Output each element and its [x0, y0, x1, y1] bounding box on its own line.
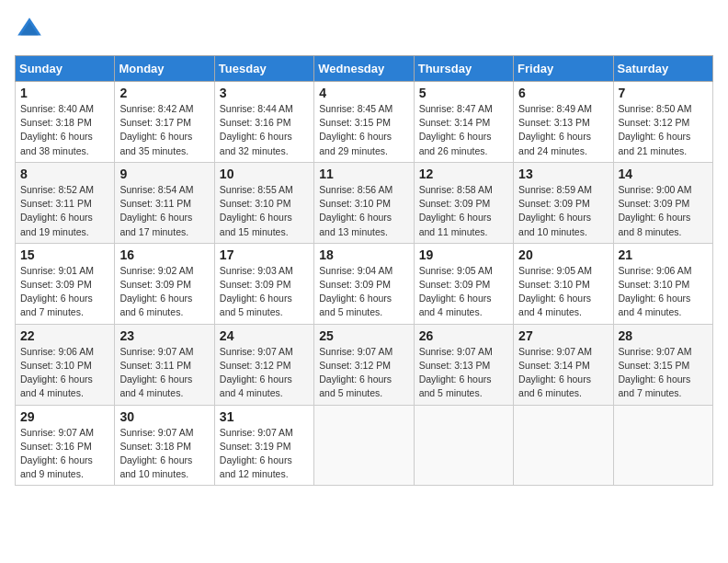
calendar-cell: 5Sunrise: 8:47 AM Sunset: 3:14 PM Daylig…	[414, 82, 513, 163]
calendar-week-row: 8Sunrise: 8:52 AM Sunset: 3:11 PM Daylig…	[16, 162, 713, 243]
calendar-week-row: 29Sunrise: 9:07 AM Sunset: 3:16 PM Dayli…	[16, 405, 713, 486]
day-info: Sunrise: 9:02 AM Sunset: 3:09 PM Dayligh…	[119, 264, 209, 320]
calendar-cell: 3Sunrise: 8:44 AM Sunset: 3:16 PM Daylig…	[214, 82, 313, 163]
calendar-cell: 2Sunrise: 8:42 AM Sunset: 3:17 PM Daylig…	[115, 82, 214, 163]
day-number: 20	[518, 247, 608, 262]
day-number: 16	[119, 247, 209, 262]
day-info: Sunrise: 9:00 AM Sunset: 3:09 PM Dayligh…	[619, 183, 708, 239]
calendar-cell: 29Sunrise: 9:07 AM Sunset: 3:16 PM Dayli…	[16, 405, 115, 486]
day-number: 5	[419, 86, 508, 100]
day-info: Sunrise: 9:05 AM Sunset: 3:10 PM Dayligh…	[518, 264, 608, 320]
day-number: 19	[419, 247, 508, 262]
day-number: 17	[220, 247, 309, 262]
calendar-cell	[514, 405, 613, 486]
day-info: Sunrise: 9:07 AM Sunset: 3:16 PM Dayligh…	[20, 426, 109, 482]
col-header-monday: Monday	[115, 56, 214, 82]
day-number: 22	[20, 328, 109, 343]
day-number: 24	[220, 328, 309, 343]
day-number: 31	[220, 409, 309, 424]
day-info: Sunrise: 9:06 AM Sunset: 3:10 PM Dayligh…	[619, 264, 708, 320]
day-number: 8	[20, 167, 109, 181]
calendar-cell: 11Sunrise: 8:56 AM Sunset: 3:10 PM Dayli…	[314, 162, 414, 243]
day-info: Sunrise: 8:45 AM Sunset: 3:15 PM Dayligh…	[319, 102, 408, 158]
day-number: 6	[518, 86, 608, 100]
day-number: 28	[619, 328, 708, 343]
day-number: 1	[20, 86, 109, 100]
calendar-header-row: SundayMondayTuesdayWednesdayThursdayFrid…	[16, 56, 713, 82]
day-number: 30	[119, 409, 209, 424]
calendar-cell: 12Sunrise: 8:58 AM Sunset: 3:09 PM Dayli…	[414, 162, 513, 243]
day-number: 21	[619, 247, 708, 262]
day-info: Sunrise: 9:07 AM Sunset: 3:15 PM Dayligh…	[619, 345, 708, 401]
day-info: Sunrise: 8:47 AM Sunset: 3:14 PM Dayligh…	[419, 102, 508, 158]
calendar-cell	[613, 405, 712, 486]
calendar-cell: 22Sunrise: 9:06 AM Sunset: 3:10 PM Dayli…	[16, 324, 115, 405]
col-header-friday: Friday	[514, 56, 613, 82]
col-header-thursday: Thursday	[414, 56, 513, 82]
day-info: Sunrise: 9:04 AM Sunset: 3:09 PM Dayligh…	[319, 264, 408, 320]
calendar-cell: 17Sunrise: 9:03 AM Sunset: 3:09 PM Dayli…	[214, 243, 313, 324]
calendar-cell: 21Sunrise: 9:06 AM Sunset: 3:10 PM Dayli…	[613, 243, 712, 324]
day-info: Sunrise: 8:59 AM Sunset: 3:09 PM Dayligh…	[518, 183, 608, 239]
day-info: Sunrise: 8:50 AM Sunset: 3:12 PM Dayligh…	[619, 102, 708, 158]
calendar-cell: 26Sunrise: 9:07 AM Sunset: 3:13 PM Dayli…	[414, 324, 513, 405]
day-number: 4	[319, 86, 408, 100]
day-info: Sunrise: 9:07 AM Sunset: 3:13 PM Dayligh…	[419, 345, 508, 401]
day-number: 7	[619, 86, 708, 100]
day-number: 2	[119, 86, 209, 100]
day-number: 18	[319, 247, 408, 262]
day-number: 9	[119, 167, 209, 181]
day-number: 13	[518, 167, 608, 181]
calendar-cell: 28Sunrise: 9:07 AM Sunset: 3:15 PM Dayli…	[613, 324, 712, 405]
day-info: Sunrise: 8:49 AM Sunset: 3:13 PM Dayligh…	[518, 102, 608, 158]
calendar-cell: 1Sunrise: 8:40 AM Sunset: 3:18 PM Daylig…	[16, 82, 115, 163]
calendar-week-row: 15Sunrise: 9:01 AM Sunset: 3:09 PM Dayli…	[16, 243, 713, 324]
calendar-cell: 15Sunrise: 9:01 AM Sunset: 3:09 PM Dayli…	[16, 243, 115, 324]
calendar-table: SundayMondayTuesdayWednesdayThursdayFrid…	[15, 55, 713, 486]
day-number: 27	[518, 328, 608, 343]
calendar-cell: 8Sunrise: 8:52 AM Sunset: 3:11 PM Daylig…	[16, 162, 115, 243]
calendar-cell: 30Sunrise: 9:07 AM Sunset: 3:18 PM Dayli…	[115, 405, 214, 486]
calendar-cell: 20Sunrise: 9:05 AM Sunset: 3:10 PM Dayli…	[514, 243, 613, 324]
day-info: Sunrise: 9:06 AM Sunset: 3:10 PM Dayligh…	[20, 345, 109, 401]
calendar-cell: 23Sunrise: 9:07 AM Sunset: 3:11 PM Dayli…	[115, 324, 214, 405]
col-header-sunday: Sunday	[16, 56, 115, 82]
page-header	[15, 15, 713, 44]
calendar-cell: 18Sunrise: 9:04 AM Sunset: 3:09 PM Dayli…	[314, 243, 414, 324]
day-info: Sunrise: 8:58 AM Sunset: 3:09 PM Dayligh…	[419, 183, 508, 239]
calendar-cell: 13Sunrise: 8:59 AM Sunset: 3:09 PM Dayli…	[514, 162, 613, 243]
day-info: Sunrise: 9:07 AM Sunset: 3:14 PM Dayligh…	[518, 345, 608, 401]
col-header-saturday: Saturday	[613, 56, 712, 82]
calendar-cell: 27Sunrise: 9:07 AM Sunset: 3:14 PM Dayli…	[514, 324, 613, 405]
day-info: Sunrise: 9:07 AM Sunset: 3:11 PM Dayligh…	[119, 345, 209, 401]
calendar-cell: 14Sunrise: 9:00 AM Sunset: 3:09 PM Dayli…	[613, 162, 712, 243]
day-info: Sunrise: 9:05 AM Sunset: 3:09 PM Dayligh…	[419, 264, 508, 320]
day-info: Sunrise: 8:40 AM Sunset: 3:18 PM Dayligh…	[20, 102, 109, 158]
logo-icon	[15, 15, 44, 44]
col-header-tuesday: Tuesday	[214, 56, 313, 82]
calendar-cell: 31Sunrise: 9:07 AM Sunset: 3:19 PM Dayli…	[214, 405, 313, 486]
day-info: Sunrise: 8:56 AM Sunset: 3:10 PM Dayligh…	[319, 183, 408, 239]
day-info: Sunrise: 8:52 AM Sunset: 3:11 PM Dayligh…	[20, 183, 109, 239]
day-info: Sunrise: 9:07 AM Sunset: 3:18 PM Dayligh…	[119, 426, 209, 482]
day-info: Sunrise: 8:44 AM Sunset: 3:16 PM Dayligh…	[220, 102, 309, 158]
calendar-cell: 7Sunrise: 8:50 AM Sunset: 3:12 PM Daylig…	[613, 82, 712, 163]
calendar-cell: 25Sunrise: 9:07 AM Sunset: 3:12 PM Dayli…	[314, 324, 414, 405]
day-number: 26	[419, 328, 508, 343]
day-number: 10	[220, 167, 309, 181]
logo	[15, 15, 48, 44]
calendar-cell: 6Sunrise: 8:49 AM Sunset: 3:13 PM Daylig…	[514, 82, 613, 163]
calendar-cell: 9Sunrise: 8:54 AM Sunset: 3:11 PM Daylig…	[115, 162, 214, 243]
day-info: Sunrise: 8:54 AM Sunset: 3:11 PM Dayligh…	[119, 183, 209, 239]
day-number: 12	[419, 167, 508, 181]
day-info: Sunrise: 8:42 AM Sunset: 3:17 PM Dayligh…	[119, 102, 209, 158]
calendar-cell	[314, 405, 414, 486]
day-info: Sunrise: 9:03 AM Sunset: 3:09 PM Dayligh…	[220, 264, 309, 320]
calendar-cell: 10Sunrise: 8:55 AM Sunset: 3:10 PM Dayli…	[214, 162, 313, 243]
calendar-cell: 16Sunrise: 9:02 AM Sunset: 3:09 PM Dayli…	[115, 243, 214, 324]
day-number: 11	[319, 167, 408, 181]
day-info: Sunrise: 9:07 AM Sunset: 3:12 PM Dayligh…	[319, 345, 408, 401]
calendar-week-row: 1Sunrise: 8:40 AM Sunset: 3:18 PM Daylig…	[16, 82, 713, 163]
calendar-cell	[414, 405, 513, 486]
calendar-cell: 24Sunrise: 9:07 AM Sunset: 3:12 PM Dayli…	[214, 324, 313, 405]
